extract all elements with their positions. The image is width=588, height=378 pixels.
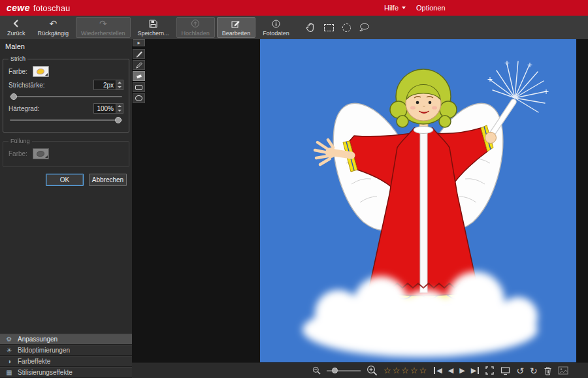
menu-optionen[interactable]: Optionen — [416, 4, 446, 12]
brand-cewe: cewe — [7, 3, 30, 13]
color-blob-icon — [37, 151, 44, 157]
cewe-fotoschau-window: cewe fotoschau Hilfe Optionen Zurück ↶ R… — [0, 0, 588, 378]
zoom-slider[interactable] — [327, 367, 361, 375]
spin-down-icon[interactable] — [116, 108, 123, 113]
ok-button[interactable]: OK — [46, 174, 84, 186]
back-button[interactable]: Zurück — [2, 17, 31, 38]
zoom-out-icon[interactable] — [312, 366, 321, 375]
chevron-right-icon: ▸ — [137, 40, 140, 46]
panel-title: Malen — [0, 39, 132, 53]
pencil-tool-button[interactable] — [133, 60, 145, 70]
edit-pencil-icon — [231, 19, 240, 29]
redo-button[interactable]: ↷ Wiederherstellen — [76, 17, 131, 38]
upload-circle-icon — [191, 19, 200, 29]
marquee-select-icon[interactable] — [324, 24, 334, 31]
stroke-color-label: Farbe: — [8, 68, 27, 75]
swatch-corner-icon — [45, 155, 48, 158]
title-bar: cewe fotoschau Hilfe Optionen — [0, 0, 588, 16]
stroke-width-value: 2px — [94, 80, 116, 89]
spin-up-icon[interactable] — [116, 80, 123, 85]
redo-icon: ↷ — [99, 19, 107, 29]
spin-up-icon[interactable] — [116, 104, 123, 108]
shape-toolstrip: ▸ — [132, 39, 146, 103]
editor-canvas[interactable] — [132, 39, 588, 362]
paint-panel: Malen Strich Farbe: Strichstärke: 2px — [0, 39, 132, 378]
info-icon — [272, 19, 280, 29]
adjustments-icon: ⚙ — [5, 336, 13, 343]
section-anpassungen[interactable]: ⚙ Anpassungen — [0, 334, 132, 345]
swatch-corner-icon — [45, 73, 48, 76]
rectangle-tool-button[interactable] — [133, 82, 145, 92]
stroke-width-slider[interactable] — [10, 92, 122, 101]
section-bildoptimierungen[interactable]: ☀ Bildoptimierungen — [0, 345, 132, 356]
hardness-slider[interactable] — [10, 116, 122, 124]
first-image-button[interactable]: ◀ — [434, 367, 442, 374]
rating-stars[interactable]: ☆☆☆☆☆ — [384, 366, 428, 375]
floppy-icon — [149, 19, 157, 29]
zoom-slider-thumb[interactable] — [332, 368, 338, 373]
spin-down-icon[interactable] — [116, 85, 123, 89]
undo-button[interactable]: ↶ Rückgängig — [33, 17, 74, 38]
fill-color-label: Farbe: — [8, 150, 27, 157]
slider-track[interactable] — [10, 96, 122, 97]
fullscreen-icon[interactable] — [500, 366, 510, 375]
stroke-group: Strich Farbe: Strichstärke: 2px — [3, 55, 129, 133]
ellipse-select-icon[interactable] — [342, 24, 351, 32]
stroke-width-spinner[interactable]: 2px — [93, 80, 123, 90]
collapse-handle[interactable]: ▸ — [133, 39, 145, 46]
lasso-select-icon[interactable] — [359, 23, 370, 32]
next-image-button[interactable]: ▶ — [459, 367, 465, 374]
upload-button[interactable]: Hochladen — [176, 17, 215, 38]
stroke-color-swatch[interactable] — [33, 66, 49, 77]
stroke-legend: Strich — [8, 55, 27, 62]
save-button[interactable]: Speichern... — [133, 17, 174, 38]
photo-info-button[interactable]: Fotodaten — [257, 17, 295, 38]
header-menu: Hilfe Optionen — [384, 0, 446, 16]
ellipse-tool-button[interactable] — [133, 93, 145, 103]
rectangle-icon — [135, 85, 142, 90]
slider-track[interactable] — [10, 119, 122, 121]
brush-icon — [135, 50, 143, 58]
section-farbeffekte[interactable]: ◑ Farbeffekte — [0, 356, 132, 367]
undo-icon: ↶ — [49, 19, 57, 29]
brush-tool-button[interactable] — [133, 49, 145, 59]
right-hand — [485, 133, 497, 144]
menu-hilfe[interactable]: Hilfe — [384, 4, 406, 12]
effect-sections: ⚙ Anpassungen ☀ Bildoptimierungen ◑ Farb… — [0, 334, 132, 378]
hand-tool-icon[interactable] — [306, 22, 316, 33]
status-bar: ☆☆☆☆☆ ◀ ◀ ▶ ▶ ↺ ↻ — [132, 362, 588, 378]
main-toolbar: Zurück ↶ Rückgängig ↷ Wiederherstellen S… — [0, 16, 588, 39]
rotate-right-icon[interactable]: ↻ — [530, 366, 538, 375]
image-placeholder-icon[interactable] — [558, 366, 568, 375]
last-image-button[interactable]: ▶ — [471, 367, 479, 374]
eraser-tool-button[interactable] — [133, 71, 145, 81]
stylize-effects-icon: ▦ — [5, 370, 13, 376]
spinner-arrows[interactable] — [116, 80, 123, 89]
spinner-arrows[interactable] — [116, 104, 123, 113]
rotate-left-icon[interactable]: ↺ — [516, 366, 524, 375]
pencil-icon — [135, 61, 143, 69]
eraser-icon — [135, 72, 143, 80]
fill-color-swatch[interactable] — [33, 148, 49, 159]
brand-fotoschau: fotoschau — [33, 3, 70, 13]
angel-artwork[interactable] — [260, 39, 576, 362]
edit-button[interactable]: Bearbeiten — [217, 17, 256, 38]
hardness-spinner[interactable]: 100% — [93, 103, 123, 114]
caret-down-icon — [402, 7, 406, 9]
zoom-in-icon[interactable] — [367, 365, 378, 376]
fill-legend: Füllung — [8, 138, 32, 144]
cancel-button[interactable]: Abbrechen — [89, 174, 127, 186]
section-stilisierungseffekte[interactable]: ▦ Stilisierungseffekte — [0, 367, 132, 378]
ellipse-icon — [135, 95, 142, 101]
color-effects-icon: ◑ — [5, 358, 13, 365]
slider-thumb[interactable] — [115, 117, 122, 123]
image-optimize-icon: ☀ — [5, 347, 13, 354]
fit-to-window-icon[interactable] — [485, 366, 495, 375]
previous-image-button[interactable]: ◀ — [448, 367, 453, 374]
stroke-width-label: Strichstärke: — [8, 82, 45, 89]
color-blob-icon — [37, 69, 44, 74]
delete-icon[interactable] — [544, 366, 552, 375]
slider-thumb[interactable] — [10, 93, 17, 100]
hardness-label: Härtegrad: — [8, 105, 39, 112]
collar — [414, 127, 433, 134]
